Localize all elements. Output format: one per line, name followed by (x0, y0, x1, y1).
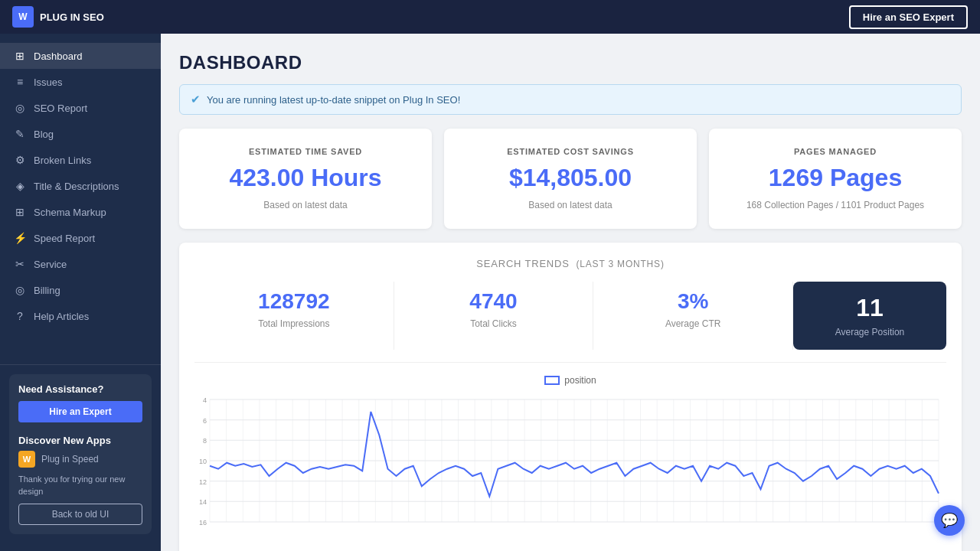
blog-icon: ✎ (14, 128, 26, 140)
stat-value-2: 1269 Pages (724, 164, 946, 192)
metric-value-2: 3% (601, 289, 785, 314)
alert-check-icon: ✔ (191, 93, 201, 106)
svg-text:16: 16 (199, 519, 207, 527)
sidebar-item-speed-report[interactable]: ⚡ Speed Report (0, 225, 161, 251)
hire-seo-expert-button[interactable]: Hire an SEO Expert (849, 5, 968, 29)
service-icon: ✂ (14, 258, 26, 270)
speed-app-name: Plug in Speed (41, 454, 99, 465)
sidebar-item-title-descriptions[interactable]: ◈ Title & Descriptions (0, 173, 161, 199)
stat-card-2: PAGES MANAGED 1269 Pages 168 Collection … (709, 129, 962, 229)
stat-label-2: PAGES MANAGED (724, 147, 946, 156)
stats-row: ESTIMATED TIME SAVED 423.00 Hours Based … (179, 129, 962, 229)
trends-header: SEARCH TRENDS (LAST 3 MONTHS) (194, 258, 946, 269)
hire-expert-button[interactable]: Hire an Expert (18, 401, 142, 422)
legend-box (544, 376, 560, 385)
assistance-title: Need Assistance? (18, 383, 142, 395)
sidebar-item-dashboard[interactable]: ⊞ Dashboard (0, 43, 161, 69)
sidebar-label-blog: Blog (34, 129, 54, 140)
trends-title: SEARCH TRENDS (476, 258, 569, 269)
logo-text: PLUG IN SEO (40, 11, 104, 23)
sidebar-label-speed-report: Speed Report (34, 233, 95, 244)
svg-text:12: 12 (199, 478, 207, 486)
seo-report-icon: ◎ (14, 102, 26, 114)
stat-label-1: ESTIMATED COST SAVINGS (459, 147, 681, 156)
stat-card-0: ESTIMATED TIME SAVED 423.00 Hours Based … (179, 129, 432, 229)
metric-label-3: Average Position (805, 327, 934, 337)
sidebar-label-dashboard: Dashboard (34, 51, 83, 62)
svg-text:6: 6 (203, 417, 207, 425)
issues-icon: ≡ (14, 76, 26, 88)
help-articles-icon: ? (14, 310, 26, 322)
metric-value-1: 4740 (402, 289, 586, 314)
plug-in-speed-app[interactable]: W Plug in Speed (18, 451, 142, 468)
sidebar-label-service: Service (34, 259, 67, 270)
topnav: W PLUG IN SEO Hire an SEO Expert (0, 0, 980, 34)
layout: ⊞ Dashboard ≡ Issues ◎ SEO Report ✎ Blog… (0, 34, 980, 551)
chart-legend: position (194, 375, 946, 386)
svg-text:10: 10 (199, 458, 207, 465)
metric-label-0: Total Impressions (202, 318, 386, 329)
thank-you-text: Thank you for trying our new design (18, 474, 142, 497)
sidebar-label-seo-report: SEO Report (34, 103, 87, 114)
broken-links-icon: ⚙ (14, 154, 26, 166)
stat-sub-1: Based on latest data (459, 200, 681, 210)
assistance-box: Need Assistance? Hire an Expert Discover… (9, 374, 152, 534)
sidebar-nav: ⊞ Dashboard ≡ Issues ◎ SEO Report ✎ Blog… (0, 34, 161, 364)
alert-bar: ✔ You are running latest up-to-date snip… (179, 84, 962, 115)
metric-value-0: 128792 (202, 289, 386, 314)
sidebar-item-blog[interactable]: ✎ Blog (0, 121, 161, 147)
metric-label-1: Total Clicks (402, 318, 586, 329)
sidebar-label-issues: Issues (34, 77, 63, 88)
stat-label-0: ESTIMATED TIME SAVED (194, 147, 416, 156)
stat-value-1: $14,805.00 (459, 164, 681, 192)
metric-box-0: 128792 Total Impressions (194, 282, 394, 350)
logo: W PLUG IN SEO (12, 6, 104, 28)
back-to-old-ui-button[interactable]: Back to old UI (18, 504, 142, 525)
alert-text: You are running latest up-to-date snippe… (207, 94, 460, 106)
dashboard-icon: ⊞ (14, 50, 26, 62)
sidebar-item-seo-report[interactable]: ◎ SEO Report (0, 95, 161, 121)
metric-label-2: Average CTR (601, 318, 785, 329)
title-descriptions-icon: ◈ (14, 180, 26, 192)
sidebar-bottom: Need Assistance? Hire an Expert Discover… (0, 364, 161, 551)
sidebar: ⊞ Dashboard ≡ Issues ◎ SEO Report ✎ Blog… (0, 34, 161, 551)
sidebar-item-help-articles[interactable]: ? Help Articles (0, 303, 161, 329)
svg-text:8: 8 (203, 437, 207, 445)
metric-box-3: 11 Average Position (793, 282, 946, 350)
metric-box-2: 3% Average CTR (593, 282, 793, 350)
stat-card-1: ESTIMATED COST SAVINGS $14,805.00 Based … (444, 129, 697, 229)
sidebar-label-help-articles: Help Articles (34, 311, 89, 322)
trends-metrics: 128792 Total Impressions 4740 Total Clic… (194, 282, 946, 363)
sidebar-label-schema-markup: Schema Markup (34, 207, 106, 218)
stat-sub-0: Based on latest data (194, 200, 416, 210)
legend-label: position (564, 375, 596, 386)
sidebar-label-billing: Billing (34, 285, 60, 296)
svg-text:4: 4 (203, 396, 207, 404)
chat-button[interactable]: 💬 (934, 505, 965, 536)
speed-app-icon: W (18, 451, 35, 468)
sidebar-label-title-descriptions: Title & Descriptions (34, 181, 119, 192)
sidebar-item-service[interactable]: ✂ Service (0, 251, 161, 277)
metric-box-1: 4740 Total Clicks (394, 282, 594, 350)
schema-markup-icon: ⊞ (14, 206, 26, 218)
sidebar-item-issues[interactable]: ≡ Issues (0, 69, 161, 95)
svg-text:14: 14 (199, 498, 207, 506)
sidebar-label-broken-links: Broken Links (34, 155, 91, 166)
stat-value-0: 423.00 Hours (194, 164, 416, 192)
sidebar-item-billing[interactable]: ◎ Billing (0, 277, 161, 303)
chart-container: 46810121416 (194, 392, 946, 551)
page-title: DASHBOARD (179, 52, 962, 73)
sidebar-item-broken-links[interactable]: ⚙ Broken Links (0, 147, 161, 173)
discover-title: Discover New Apps (18, 435, 142, 446)
metric-value-3: 11 (805, 294, 934, 322)
billing-icon: ◎ (14, 284, 26, 296)
trends-card: SEARCH TRENDS (LAST 3 MONTHS) 128792 Tot… (179, 243, 962, 551)
speed-report-icon: ⚡ (14, 232, 26, 244)
trends-subtitle: (LAST 3 MONTHS) (577, 259, 665, 269)
logo-icon: W (12, 6, 34, 28)
trend-chart-svg: 46810121416 (194, 392, 946, 545)
sidebar-item-schema-markup[interactable]: ⊞ Schema Markup (0, 199, 161, 225)
main-content: DASHBOARD ✔ You are running latest up-to… (161, 34, 980, 551)
stat-sub-2: 168 Collection Pages / 1101 Product Page… (724, 200, 946, 210)
